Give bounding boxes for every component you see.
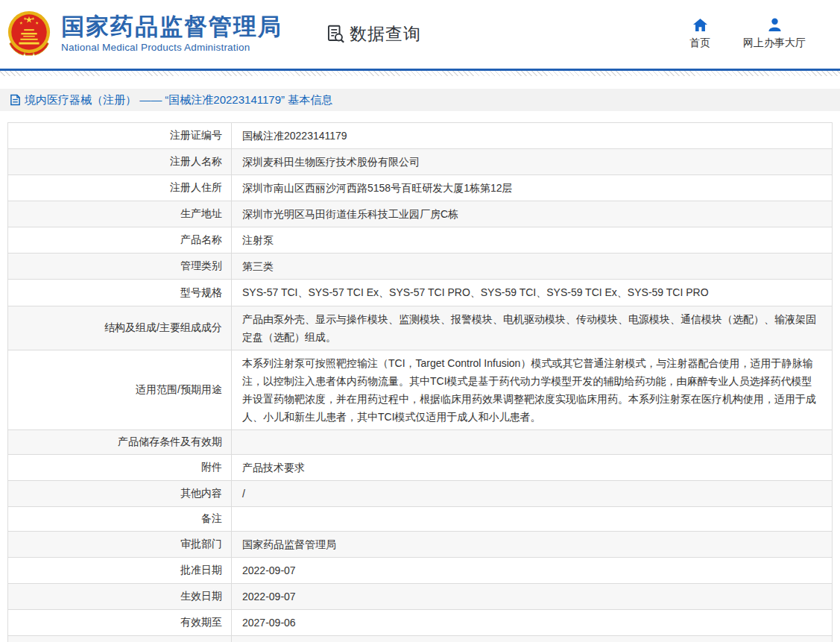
row-value: 2022-09-07 bbox=[232, 584, 832, 609]
table-row: 生产地址 深圳市光明区马田街道佳乐科技工业园厂房C栋 bbox=[8, 201, 832, 227]
table-row: 适用范围/预期用途 本系列注射泵可按照靶控输注（TCI，Target Contr… bbox=[8, 350, 832, 430]
row-label: 注册证编号 bbox=[8, 123, 232, 148]
row-label: 附件 bbox=[8, 455, 232, 480]
site-header: 国家药品监督管理局 National Medical Products Admi… bbox=[0, 0, 840, 69]
row-value: 深圳市光明区马田街道佳乐科技工业园厂房C栋 bbox=[232, 201, 832, 227]
table-row: 注册证编号 国械注准20223141179 bbox=[8, 123, 832, 149]
row-label: 管理类别 bbox=[8, 254, 232, 279]
table-row: 产品储存条件及有效期 bbox=[8, 430, 832, 455]
page-title-bar: 境内医疗器械（注册） —— “国械注准20223141179” 基本信息 bbox=[0, 89, 840, 111]
row-value: 国械注准20223141179 bbox=[232, 123, 832, 148]
org-name-zh: 国家药品监督管理局 bbox=[61, 14, 282, 40]
nav-home[interactable]: 首页 bbox=[689, 18, 710, 50]
row-label: 注册人住所 bbox=[8, 175, 232, 201]
row-label: 生产地址 bbox=[8, 201, 232, 227]
row-value: 产品由泵外壳、显示与操作模块、监测模块、报警模块、电机驱动模块、传动模块、电源模… bbox=[232, 306, 832, 350]
row-label: 生效日期 bbox=[8, 584, 232, 609]
info-table: 注册证编号 国械注准20223141179 注册人名称 深圳麦科田生物医疗技术股… bbox=[7, 122, 833, 642]
nav-service-hall[interactable]: 网上办事大厅 bbox=[743, 18, 806, 50]
row-value bbox=[232, 636, 832, 642]
page-title: 境内医疗器械（注册） —— “国械注准20223141179” 基本信息 bbox=[25, 93, 332, 107]
row-value: 2027-09-06 bbox=[232, 610, 832, 635]
table-row: 批准日期 2022-09-07 bbox=[8, 558, 832, 584]
row-value: 深圳市南山区西丽沙河西路5158号百旺研发大厦1栋第12层 bbox=[232, 175, 832, 201]
row-label: 适用范围/预期用途 bbox=[8, 350, 232, 429]
header-divider-hatch bbox=[0, 71, 840, 76]
row-value: 第三类 bbox=[232, 254, 832, 279]
row-label: 注册人名称 bbox=[8, 149, 232, 174]
row-label: 变更情况 bbox=[8, 636, 232, 642]
table-row: 有效期至 2027-09-06 bbox=[8, 610, 832, 636]
row-value: 国家药品监督管理局 bbox=[232, 532, 832, 557]
data-query-icon bbox=[326, 24, 346, 44]
nav-home-label: 首页 bbox=[689, 37, 710, 50]
user-icon bbox=[767, 18, 783, 32]
document-icon bbox=[10, 94, 21, 106]
row-label: 产品名称 bbox=[8, 227, 232, 253]
row-label: 其他内容 bbox=[8, 481, 232, 506]
row-value: 2022-09-07 bbox=[232, 558, 832, 583]
table-row: 管理类别 第三类 bbox=[8, 254, 832, 280]
table-row: 型号规格 SYS-57 TCI、SYS-57 TCI Ex、SYS-57 TCI… bbox=[8, 280, 832, 306]
table-row: 注册人住所 深圳市南山区西丽沙河西路5158号百旺研发大厦1栋第12层 bbox=[8, 175, 832, 201]
row-value: 产品技术要求 bbox=[232, 455, 832, 480]
table-row: 产品名称 注射泵 bbox=[8, 227, 832, 254]
table-row: 生效日期 2022-09-07 bbox=[8, 584, 832, 610]
table-row: 附件 产品技术要求 bbox=[8, 455, 832, 481]
row-label: 产品储存条件及有效期 bbox=[8, 430, 232, 454]
home-icon bbox=[692, 18, 708, 32]
row-value: SYS-57 TCI、SYS-57 TCI Ex、SYS-57 TCI PRO、… bbox=[232, 280, 832, 305]
row-value bbox=[232, 507, 832, 531]
org-name-en: National Medical Products Administration bbox=[61, 42, 282, 53]
table-row: 备注 bbox=[8, 507, 832, 532]
national-emblem-logo[interactable] bbox=[6, 10, 52, 57]
table-row: 结构及组成/主要组成成分 产品由泵外壳、显示与操作模块、监测模块、报警模块、电机… bbox=[8, 306, 832, 350]
table-row: 注册人名称 深圳麦科田生物医疗技术股份有限公司 bbox=[8, 149, 832, 175]
row-value bbox=[232, 430, 832, 454]
table-row: 其他内容 / bbox=[8, 481, 832, 507]
row-label: 有效期至 bbox=[8, 610, 232, 635]
row-value: 注射泵 bbox=[232, 227, 832, 253]
data-query-label: 数据查询 bbox=[350, 22, 421, 45]
header-nav: 首页 网上办事大厅 bbox=[689, 18, 806, 50]
table-row: 审批部门 国家药品监督管理局 bbox=[8, 532, 832, 558]
row-value: / bbox=[232, 481, 832, 506]
nav-service-hall-label: 网上办事大厅 bbox=[743, 37, 806, 50]
row-label: 批准日期 bbox=[8, 558, 232, 583]
data-query-link[interactable]: 数据查询 bbox=[326, 22, 421, 45]
row-label: 结构及组成/主要组成成分 bbox=[8, 306, 232, 350]
row-label: 备注 bbox=[8, 507, 232, 531]
org-title-block: 国家药品监督管理局 National Medical Products Admi… bbox=[61, 14, 282, 53]
table-row: 变更情况 bbox=[8, 636, 832, 642]
row-value: 深圳麦科田生物医疗技术股份有限公司 bbox=[232, 149, 832, 174]
row-value: 本系列注射泵可按照靶控输注（TCI，Target Control Infusio… bbox=[232, 350, 832, 429]
row-label: 审批部门 bbox=[8, 532, 232, 557]
row-label: 型号规格 bbox=[8, 280, 232, 305]
